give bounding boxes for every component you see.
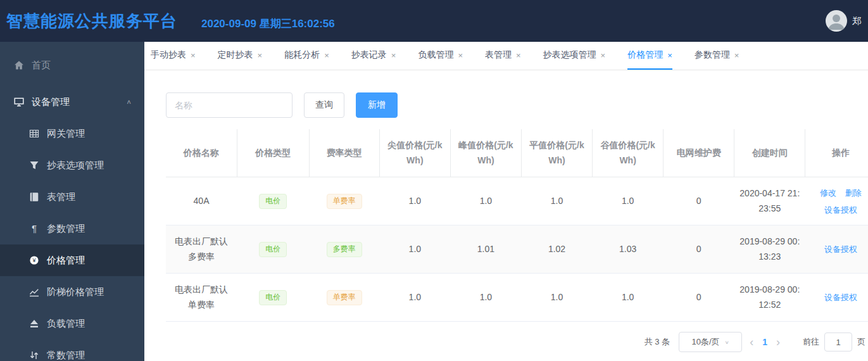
next-page-button[interactable]: › (776, 336, 780, 348)
cell-valley-price: 1.03 (593, 225, 664, 274)
tab-meter-options-management[interactable]: 抄表选项管理 × (543, 42, 606, 70)
app-header: 智慧能源公共服务平台 2020-09-09 星期三16:02:56 郑 (0, 0, 868, 42)
cell-price-name: 电表出厂默认多费率 (166, 225, 237, 274)
close-tab-icon[interactable]: × (191, 51, 196, 60)
sidebar-item-parameters[interactable]: ¶ 参数管理 (0, 213, 144, 244)
sidebar-item-prices[interactable]: ¥ 价格管理 (0, 244, 144, 276)
column-header-grid-fee: 电网维护费 (664, 129, 734, 177)
user-name: 郑 (852, 15, 862, 27)
delete-link[interactable]: 删除 (845, 188, 862, 198)
open-tabs-bar: 手动抄表 × 定时抄表 × 能耗分析 × 抄表记录 × 负载管理 × 表管理 ×… (144, 42, 868, 70)
cell-grid-fee: 0 (664, 225, 734, 274)
close-tab-icon[interactable]: × (324, 51, 329, 60)
main-content: 查询 新增 价格名称 价格类型 费率类型 尖值价格(元/kWh) 峰值价格(元/… (144, 71, 868, 361)
sidebar: 首页 设备管理 ∧ 网关管理 抄表选项管理 表管理 (0, 42, 144, 361)
header-datetime: 2020-09-09 星期三16:02:56 (201, 16, 335, 31)
cell-flat-price: 1.02 (521, 225, 592, 274)
page-unit-label: 页 (857, 336, 865, 348)
sidebar-item-gateway[interactable]: 网关管理 (0, 118, 144, 149)
chevron-up-icon[interactable]: ∧ (126, 98, 132, 105)
user-avatar[interactable] (826, 10, 847, 32)
price-type-badge: 电价 (259, 194, 287, 209)
close-tab-icon[interactable]: × (458, 51, 463, 60)
filter-icon (29, 160, 39, 170)
cell-flat-price: 1.0 (521, 274, 592, 322)
header-user-area: 郑 (826, 10, 862, 32)
close-tab-icon[interactable]: × (258, 51, 263, 60)
tab-label: 抄表选项管理 (543, 49, 596, 61)
page-size-select[interactable]: 10条/页 ∨ (679, 332, 742, 352)
sidebar-item-label: 常数管理 (47, 350, 85, 361)
sort-icon (29, 350, 39, 360)
eject-icon (29, 319, 39, 329)
monitor-icon (14, 97, 24, 107)
tab-manual-reading[interactable]: 手动抄表 × (151, 42, 196, 70)
cell-price-type: 电价 (237, 177, 309, 225)
home-icon (14, 60, 24, 70)
sidebar-item-home[interactable]: 首页 (0, 49, 144, 81)
toolbar: 查询 新增 (166, 92, 868, 118)
tab-label: 定时抄表 (218, 49, 253, 61)
tab-meter-management[interactable]: 表管理 × (485, 42, 521, 70)
sidebar-group-device[interactable]: 设备管理 ∧ (0, 86, 144, 118)
sidebar-item-label: 表管理 (47, 191, 75, 203)
page-number-1[interactable]: 1 (762, 337, 767, 347)
sidebar-item-meter-options[interactable]: 抄表选项管理 (0, 149, 144, 181)
column-header-peak-price: 峰值价格(元/kWh) (450, 129, 521, 177)
column-header-sharp-price: 尖值价格(元/kWh) (379, 129, 450, 177)
tab-scheduled-reading[interactable]: 定时抄表 × (218, 42, 263, 70)
tab-label: 负载管理 (418, 49, 453, 61)
cell-rate-type: 单费率 (309, 177, 379, 225)
table-header-row: 价格名称 价格类型 费率类型 尖值价格(元/kWh) 峰值价格(元/kWh) 平… (166, 129, 868, 177)
tab-label: 价格管理 (627, 49, 663, 61)
tab-load-management[interactable]: 负载管理 × (418, 42, 463, 70)
cell-rate-type: 多费率 (309, 225, 379, 274)
sidebar-item-tiered-prices[interactable]: 阶梯价格管理 (0, 276, 144, 308)
cell-grid-fee: 0 (664, 274, 734, 322)
sidebar-item-label: 负载管理 (47, 318, 85, 330)
tab-price-management[interactable]: 价格管理 × (627, 42, 672, 70)
price-type-badge: 电价 (259, 290, 287, 305)
cell-price-name: 40A (166, 177, 237, 225)
close-tab-icon[interactable]: × (667, 51, 672, 60)
name-search-input[interactable] (166, 92, 292, 118)
sidebar-item-loads[interactable]: 负载管理 (0, 308, 144, 339)
sidebar-item-meters[interactable]: 表管理 (0, 181, 144, 213)
device-authorize-link[interactable]: 设备授权 (824, 244, 857, 254)
table-row: 电表出厂默认多费率 电价 多费率 1.0 1.01 1.02 1.03 0 20… (166, 225, 868, 274)
cell-price-type: 电价 (237, 225, 309, 274)
sidebar-item-label: 抄表选项管理 (47, 160, 104, 172)
rate-type-badge: 单费率 (327, 290, 362, 305)
add-button[interactable]: 新增 (356, 92, 398, 118)
cell-actions: 修改 删除 设备授权 (805, 177, 868, 225)
tab-label: 手动抄表 (151, 49, 186, 61)
close-tab-icon[interactable]: × (734, 51, 739, 60)
sidebar-item-label: 价格管理 (47, 255, 85, 267)
prev-page-button[interactable]: ‹ (750, 336, 753, 348)
sidebar-item-constants[interactable]: 常数管理 (0, 339, 144, 361)
grid-icon (29, 129, 39, 139)
cell-actions: 设备授权 (805, 274, 868, 322)
column-header-valley-price: 谷值价格(元/kWh) (593, 129, 664, 177)
device-authorize-link[interactable]: 设备授权 (824, 293, 857, 302)
cell-sharp-price: 1.0 (379, 274, 450, 322)
tab-label: 参数管理 (695, 49, 730, 61)
query-button[interactable]: 查询 (304, 92, 344, 118)
chevron-down-icon: ∨ (725, 339, 729, 345)
goto-label: 前往 (803, 336, 819, 348)
close-tab-icon[interactable]: × (516, 51, 521, 60)
tab-parameter-management[interactable]: 参数管理 × (695, 42, 739, 70)
cell-sharp-price: 1.0 (379, 177, 450, 225)
tab-label: 表管理 (485, 49, 512, 61)
tab-energy-analysis[interactable]: 能耗分析 × (284, 42, 329, 70)
close-tab-icon[interactable]: × (601, 51, 606, 60)
tab-reading-records[interactable]: 抄表记录 × (351, 42, 396, 70)
cell-price-type: 电价 (237, 274, 309, 322)
goto-page-input[interactable] (824, 332, 852, 352)
cell-created: 2019-08-29 00:12:52 (734, 274, 805, 322)
device-authorize-link[interactable]: 设备授权 (824, 205, 857, 215)
tab-label: 能耗分析 (284, 49, 320, 61)
close-tab-icon[interactable]: × (391, 51, 396, 60)
sidebar-item-label: 网关管理 (47, 128, 85, 140)
edit-link[interactable]: 修改 (820, 188, 836, 198)
